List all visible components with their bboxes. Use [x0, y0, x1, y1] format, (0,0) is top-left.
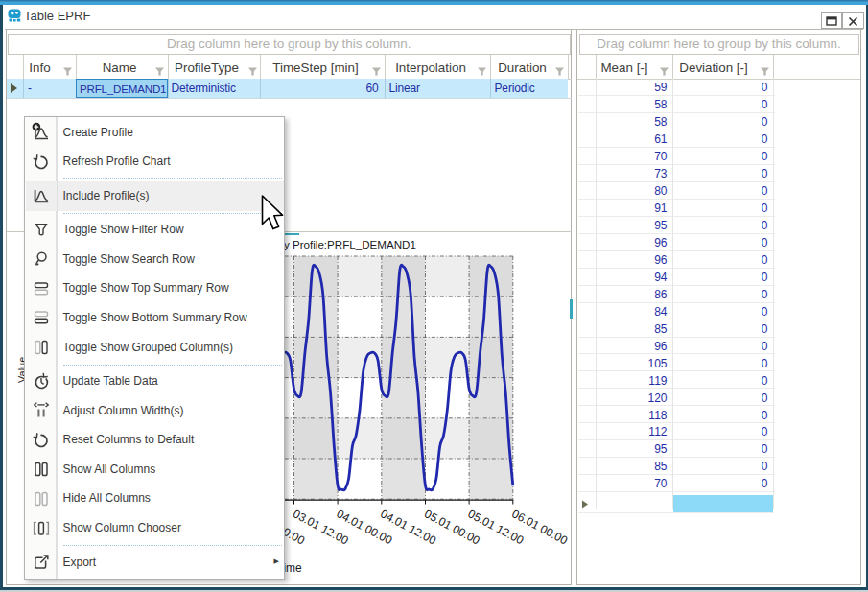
- svg-text:Daily Profile:PRFL_DEMAND1: Daily Profile:PRFL_DEMAND1: [265, 238, 416, 250]
